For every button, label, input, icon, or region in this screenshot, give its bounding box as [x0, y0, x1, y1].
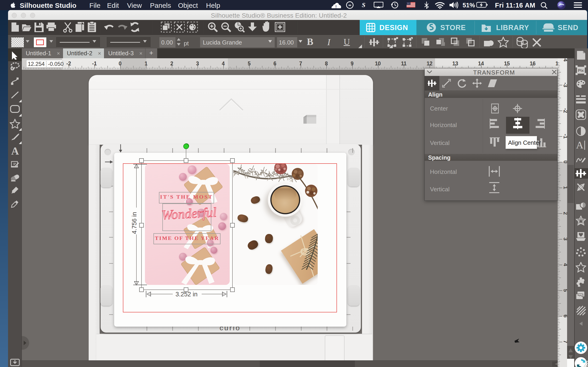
svg-text:-1: -1 — [562, 134, 567, 139]
svg-text:5: 5 — [248, 60, 251, 67]
svg-text:-4: -4 — [562, 58, 567, 61]
svg-text:7: 7 — [562, 340, 567, 343]
svg-text:4: 4 — [562, 263, 567, 266]
svg-text:6: 6 — [274, 60, 277, 67]
svg-text:-2: -2 — [66, 60, 71, 67]
svg-text:-1: -1 — [92, 60, 97, 67]
svg-text:13: 13 — [452, 60, 458, 67]
svg-text:0: 0 — [562, 161, 567, 164]
svg-text:S: S — [362, 1, 365, 8]
svg-text:11: 11 — [401, 60, 407, 67]
svg-text:17: 17 — [555, 60, 558, 67]
svg-text:!: ! — [335, 5, 337, 8]
svg-text:16: 16 — [530, 60, 536, 67]
svg-text:-2: -2 — [562, 108, 567, 113]
svg-text:5: 5 — [562, 289, 567, 292]
svg-text:∞: ∞ — [348, 3, 351, 7]
svg-text:7: 7 — [299, 60, 302, 67]
svg-text:2: 2 — [170, 60, 173, 67]
svg-text:14: 14 — [478, 60, 484, 67]
svg-text:1: 1 — [562, 186, 567, 189]
svg-text:1: 1 — [145, 60, 148, 67]
svg-text:-3: -3 — [562, 83, 567, 87]
svg-text:0: 0 — [119, 60, 122, 67]
svg-text:10: 10 — [375, 60, 381, 67]
svg-text:2: 2 — [562, 212, 567, 215]
svg-text:3: 3 — [562, 238, 567, 241]
svg-text:9: 9 — [351, 60, 354, 67]
svg-text:15: 15 — [504, 60, 510, 67]
svg-text:4: 4 — [222, 60, 225, 67]
svg-text:6: 6 — [562, 315, 567, 318]
svg-text:Pix: Pix — [578, 68, 584, 73]
svg-text:A: A — [576, 140, 583, 151]
svg-text:12: 12 — [426, 60, 432, 67]
svg-text:3: 3 — [196, 60, 199, 67]
svg-text:8: 8 — [325, 60, 328, 67]
